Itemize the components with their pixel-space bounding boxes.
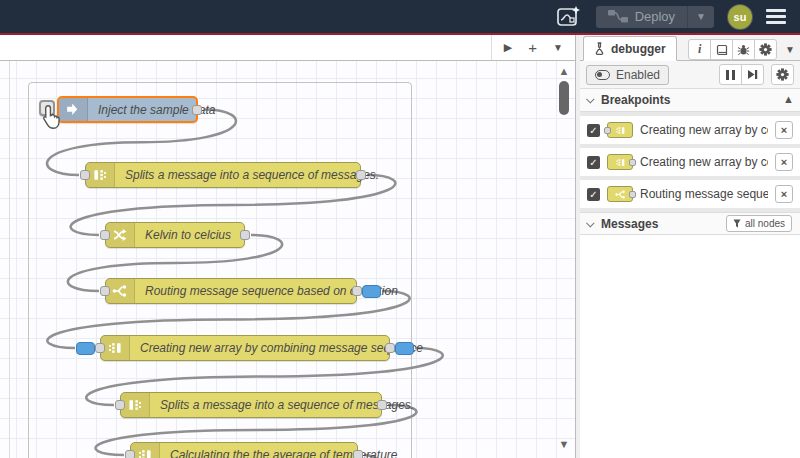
split-node[interactable]: Splits a message into a sequence of mess… xyxy=(120,392,382,418)
change-node-icon-region xyxy=(106,223,135,247)
messages-title: Messages xyxy=(601,217,658,231)
flow-list-chevron-icon[interactable]: ▼ xyxy=(553,43,563,53)
split-node-icon xyxy=(127,397,143,413)
debugger-enabled-toggle[interactable]: Enabled xyxy=(586,65,669,85)
output-port[interactable] xyxy=(377,400,387,410)
switch-node[interactable]: Routing message sequence based on condit… xyxy=(105,278,357,304)
messages-filter-button[interactable]: all nodes xyxy=(726,215,792,232)
node-label: Splits a message into a sequence of mess… xyxy=(115,168,389,182)
bug-icon xyxy=(737,44,750,56)
output-port[interactable] xyxy=(385,343,395,353)
deploy-nodes-icon xyxy=(608,10,628,23)
breakpoint-row: ✓Creating new array by combining message… xyxy=(580,116,800,144)
node-label: Inject the sample data xyxy=(88,103,225,117)
breakpoint-checkbox[interactable]: ✓ xyxy=(587,124,600,137)
main-menu-button[interactable] xyxy=(766,7,786,26)
join-mini-node-icon xyxy=(607,122,633,138)
remove-breakpoint-button[interactable]: × xyxy=(775,121,793,139)
breakpoints-list: ✓Creating new array by combining message… xyxy=(580,112,800,212)
deploy-label: Deploy xyxy=(635,9,675,24)
add-flow-button[interactable]: + xyxy=(528,40,537,55)
debug-sidebar: debugger i xyxy=(580,35,800,458)
step-button[interactable] xyxy=(741,64,764,85)
join-node[interactable]: Creating new array by combining message … xyxy=(100,335,390,361)
breakpoints-section-header[interactable]: Breakpoints ▲ xyxy=(580,89,800,112)
user-avatar[interactable]: su xyxy=(728,5,752,29)
join-node[interactable]: Calculating the the average of temperatu… xyxy=(130,442,358,458)
breakpoint-label: Creating new array by combining message … xyxy=(640,123,768,137)
breakpoint-label: Routing message sequence based on condit… xyxy=(640,187,768,201)
deploy-button[interactable]: Deploy xyxy=(596,6,687,28)
chevron-down-icon xyxy=(586,219,594,227)
switch-node-icon-region xyxy=(106,279,135,303)
book-icon xyxy=(716,44,728,56)
join-node-icon xyxy=(137,447,153,458)
mini-port xyxy=(629,191,636,198)
breakpoint-label: Creating new array by combining message … xyxy=(640,155,768,169)
input-port[interactable] xyxy=(125,450,135,458)
sidebar-options-chevron-icon[interactable]: ▼ xyxy=(785,44,795,55)
input-port[interactable] xyxy=(80,170,90,180)
settings-button[interactable] xyxy=(754,39,777,60)
node-label: Calculating the the average of temperatu… xyxy=(160,448,407,458)
mini-port xyxy=(604,127,611,134)
pause-icon xyxy=(726,70,735,80)
chevron-down-icon xyxy=(586,95,594,103)
canvas-scrollbar-thumb[interactable] xyxy=(559,81,569,115)
breakpoint-marker-input[interactable] xyxy=(76,342,95,355)
flow-workspace[interactable]: Inject the sample dataSplits a message i… xyxy=(0,61,575,458)
breakpoint-checkbox[interactable]: ✓ xyxy=(587,156,600,169)
split-node-icon-region xyxy=(86,163,115,187)
gear-icon xyxy=(776,68,789,81)
canvas-scroll-up-arrow[interactable]: ▲ xyxy=(557,66,571,77)
mini-port xyxy=(629,159,636,166)
node-red-app: Deploy ▼ su ▶ + ▼ Inject the sample data… xyxy=(0,0,800,458)
flow-scroll-right-icon[interactable]: ▶ xyxy=(504,42,512,53)
pause-button[interactable] xyxy=(719,64,742,85)
input-port[interactable] xyxy=(100,286,110,296)
output-port[interactable] xyxy=(352,286,362,296)
split-node[interactable]: Splits a message into a sequence of mess… xyxy=(85,162,361,188)
breakpoint-checkbox[interactable]: ✓ xyxy=(587,188,600,201)
input-port[interactable] xyxy=(115,400,125,410)
breakpoint-marker-output[interactable] xyxy=(395,342,414,355)
book-button[interactable] xyxy=(710,39,733,60)
join-node-icon-region xyxy=(131,443,160,458)
editor-canvas-column: ▶ + ▼ Inject the sample dataSplits a mes… xyxy=(0,35,575,458)
output-port[interactable] xyxy=(192,105,202,115)
ai-flow-icon[interactable] xyxy=(556,5,582,29)
step-icon xyxy=(747,69,758,80)
debugger-settings-button[interactable] xyxy=(771,64,794,85)
gear-icon xyxy=(759,43,772,56)
header-bar: Deploy ▼ su xyxy=(0,0,800,33)
input-port[interactable] xyxy=(95,343,105,353)
inject-node-icon-region xyxy=(59,98,88,121)
inject-node-icon xyxy=(65,102,81,118)
output-port[interactable] xyxy=(356,170,366,180)
join-node-icon xyxy=(615,157,626,168)
output-port[interactable] xyxy=(240,230,250,240)
bug-button[interactable] xyxy=(732,39,755,60)
sidebar-scroll-up-arrow[interactable]: ▲ xyxy=(783,94,794,105)
info-button[interactable]: i xyxy=(688,39,711,60)
output-port[interactable] xyxy=(353,450,363,458)
toggle-icon xyxy=(595,70,610,80)
input-port[interactable] xyxy=(100,230,110,240)
remove-breakpoint-button[interactable]: × xyxy=(775,185,793,203)
switch-mini-node-icon xyxy=(607,186,633,202)
switch-node-icon xyxy=(112,283,128,299)
deploy-options-caret[interactable]: ▼ xyxy=(687,6,714,28)
change-node[interactable]: Kelvin to celcius xyxy=(105,222,245,248)
breakpoint-marker-output[interactable] xyxy=(362,285,381,298)
mouse-cursor-hand xyxy=(40,104,62,130)
messages-section-header[interactable]: Messages all nodes xyxy=(580,212,800,235)
breakpoint-row: ✓Routing message sequence based on condi… xyxy=(580,180,800,208)
tab-debugger-label: debugger xyxy=(611,42,666,56)
tab-debugger[interactable]: debugger xyxy=(583,36,677,61)
remove-breakpoint-button[interactable]: × xyxy=(775,153,793,171)
split-node-icon xyxy=(92,167,108,183)
change-node-icon xyxy=(112,227,128,243)
canvas-scroll-down-arrow[interactable]: ▼ xyxy=(557,439,571,450)
inject-node[interactable]: Inject the sample data xyxy=(57,96,198,123)
messages-filter-label: all nodes xyxy=(745,218,785,229)
